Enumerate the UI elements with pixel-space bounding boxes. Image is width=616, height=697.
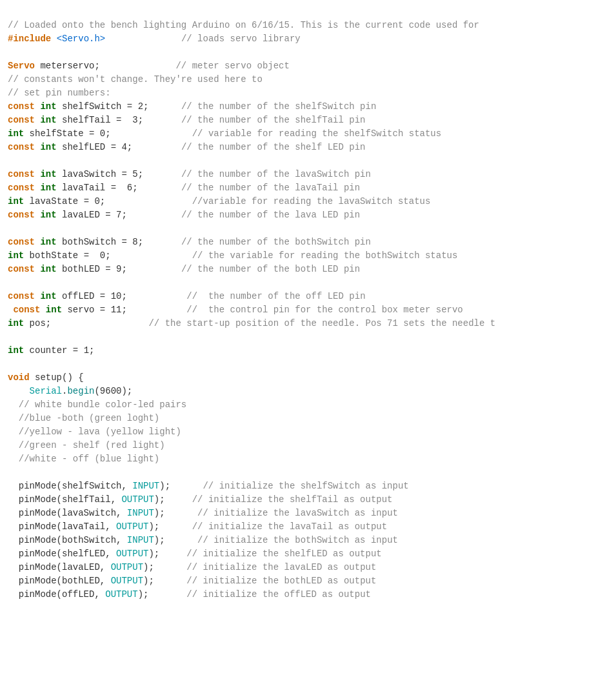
code-line: pinMode(bothLED, OUTPUT); // initialize … [8,574,608,588]
code-line [8,222,608,236]
code-line: int counter = 1; [8,344,608,358]
code-line: int lavaState = 0; //variable for readin… [8,195,608,208]
code-line [8,330,608,344]
code-line [8,46,608,59]
code-editor: // Loaded onto the bench lighting Arduin… [0,0,616,607]
code-line: int shelfState = 0; // variable for read… [8,127,608,141]
code-line: // white bundle color-led pairs [8,398,608,412]
code-line: int bothState = 0; // the variable for r… [8,249,608,263]
code-line: const int shelfSwitch = 2; // the number… [8,100,608,114]
code-line: pinMode(lavaSwitch, INPUT); // initializ… [8,507,608,520]
code-line: const int lavaTail = 6; // the number of… [8,181,608,195]
code-line: const int lavaLED = 7; // the number of … [8,208,608,222]
code-line [8,276,608,290]
code-line: #include <Servo.h> // loads servo librar… [8,32,608,46]
code-line: const int bothLED = 9; // the number of … [8,263,608,276]
code-line: // Loaded onto the bench lighting Arduin… [8,19,608,32]
code-line [8,154,608,168]
code-line: pinMode(offLED, OUTPUT); // initialize t… [8,588,608,601]
code-line: const int bothSwitch = 8; // the number … [8,236,608,249]
code-line: const int servo = 11; // the control pin… [8,303,608,317]
code-line: //white - off (blue light) [8,452,608,466]
code-line: pinMode(shelfLED, OUTPUT); // initialize… [8,547,608,561]
code-line: // constants won't change. They're used … [8,73,608,86]
code-line: void setup() { [8,371,608,385]
code-line: pinMode(shelfTail, OUTPUT); // initializ… [8,493,608,507]
code-line: const int lavaSwitch = 5; // the number … [8,168,608,181]
code-line: pinMode(lavaLED, OUTPUT); // initialize … [8,561,608,574]
code-line: const int offLED = 10; // the number of … [8,290,608,303]
code-line: int pos; // the start-up position of the… [8,317,608,330]
code-line: Servo meterservo; // meter servo object [8,59,608,73]
code-line: //green - shelf (red light) [8,439,608,452]
code-line: //yellow - lava (yellow light) [8,425,608,439]
code-line: const int shelfLED = 4; // the number of… [8,141,608,154]
code-line: pinMode(bothSwitch, INPUT); // initializ… [8,534,608,547]
code-line: const int shelfTail = 3; // the number o… [8,114,608,127]
code-line [8,358,608,371]
code-line: pinMode(shelfSwitch, INPUT); // initiali… [8,480,608,493]
code-line [8,466,608,480]
code-line: //blue -both (green loght) [8,412,608,425]
code-line: // set pin numbers: [8,86,608,100]
code-line: pinMode(lavaTail, OUTPUT); // initialize… [8,520,608,534]
code-line: Serial.begin(9600); [8,385,608,398]
